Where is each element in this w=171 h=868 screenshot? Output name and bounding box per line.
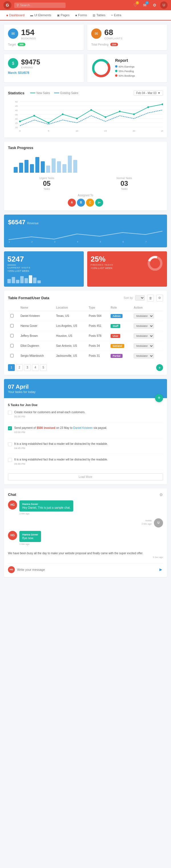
pages-icon: ▣ bbox=[57, 14, 60, 17]
load-more-btn[interactable]: Load More bbox=[8, 473, 163, 480]
nav-forms[interactable]: ■ Forms bbox=[73, 10, 90, 21]
svg-point-29 bbox=[90, 109, 92, 111]
task-checkbox-2[interactable]: ✓ bbox=[8, 426, 12, 430]
table-section: Table Format/User Data Sort by 🗑 ⚙ Name … bbox=[4, 291, 167, 375]
nav-pages[interactable]: ▣ Pages bbox=[54, 10, 73, 21]
cell-location: Houston, US bbox=[54, 331, 87, 341]
action-select[interactable]: Modulator bbox=[134, 343, 154, 348]
chat-header: Chat ⚙ bbox=[8, 492, 163, 497]
svg-text:3: 3 bbox=[54, 241, 56, 243]
tasks-today-header: 07 April Your tasks for today + bbox=[4, 379, 167, 398]
action-select[interactable]: Modulator bbox=[134, 353, 154, 359]
task-bar-4 bbox=[30, 164, 34, 173]
bookings-card: ✉ 154 BOOKINGS Target 300 bbox=[4, 25, 84, 50]
table-settings-btn[interactable]: ⚙ bbox=[156, 294, 163, 302]
svg-text:45: 45 bbox=[15, 105, 18, 107]
action-select[interactable]: Modulator bbox=[134, 323, 154, 329]
svg-point-30 bbox=[105, 116, 106, 118]
page-2-btn[interactable]: 2 bbox=[16, 364, 23, 371]
col-role: Role bbox=[108, 304, 132, 311]
row-checkbox[interactable] bbox=[10, 334, 14, 337]
top-nav: G ⚲ ♡ 5 ✉ 3 ⚙ U bbox=[0, 0, 171, 10]
task-bar-2 bbox=[19, 163, 23, 173]
action-select[interactable]: Modulator bbox=[134, 313, 154, 318]
table-row: Sergio Milardovich Jacksonville, US Post… bbox=[8, 351, 163, 361]
page-3-btn[interactable]: 3 bbox=[24, 364, 31, 371]
row-checkbox[interactable] bbox=[10, 344, 14, 347]
table-row: Elliot Dugteren San Antonio, US Posts 34… bbox=[8, 341, 163, 351]
tasks-today-add-btn[interactable]: + bbox=[155, 394, 163, 402]
cell-type: Posts 564 bbox=[86, 311, 108, 321]
row-checkbox[interactable] bbox=[10, 314, 14, 317]
cell-name: Daniel Kristeen bbox=[18, 311, 54, 321]
main-content: ✉ 154 BOOKINGS Target 300 ✉ 68 COMPLA bbox=[0, 21, 171, 581]
task-time-3: 04:45 PM bbox=[14, 446, 108, 451]
svg-text:5: 5 bbox=[100, 241, 101, 243]
table-delete-btn[interactable]: 🗑 bbox=[147, 294, 154, 302]
sort-by-select[interactable] bbox=[135, 295, 145, 301]
pagination-add-btn[interactable]: + bbox=[156, 364, 163, 371]
nav-tables[interactable]: ▥ Tables bbox=[90, 10, 108, 21]
page-4-btn[interactable]: 4 bbox=[32, 364, 39, 371]
cell-location: Texas, US bbox=[54, 311, 87, 321]
table-row: Jeffery Brown Houston, US Posts 978 User… bbox=[8, 331, 163, 341]
svg-point-3 bbox=[95, 62, 107, 74]
cell-location: Jacksonville, US bbox=[54, 351, 87, 361]
chat-input[interactable] bbox=[17, 568, 156, 571]
user-avatar[interactable]: U bbox=[160, 1, 168, 9]
row-checkbox[interactable] bbox=[10, 354, 14, 358]
report-legend: 60% Earnings 55% Pending 50% Bookings bbox=[115, 64, 135, 79]
urgent-tasks-sub: Tasks bbox=[8, 187, 86, 190]
chat-title: Chat bbox=[8, 492, 16, 497]
assigned-section: Assigned To A B C 3+ bbox=[8, 194, 163, 207]
chat-time-2: buddy bbox=[142, 519, 152, 522]
finished-donut-chart bbox=[146, 255, 164, 272]
chat-input-row[interactable]: HG ► bbox=[8, 563, 163, 573]
cell-role: General bbox=[108, 341, 132, 351]
row-checkbox[interactable] bbox=[10, 324, 14, 328]
chart-date-btn[interactable]: Feb 04 - Mar 03 ▼ bbox=[134, 90, 163, 96]
normal-tasks-num: 03 bbox=[86, 180, 163, 187]
normal-tasks-sub: Tasks bbox=[86, 187, 163, 190]
chat-avatar-2: U bbox=[154, 518, 163, 527]
task-checkbox-4[interactable] bbox=[8, 458, 12, 462]
complaints-pending-label: Total Pending bbox=[91, 43, 109, 46]
task-link[interactable]: Daniel Kristeen bbox=[73, 426, 93, 429]
nav-dashboard[interactable]: ■ Dashboard bbox=[3, 10, 27, 21]
visits-number: 5247 bbox=[7, 255, 80, 264]
search-input[interactable] bbox=[20, 3, 63, 7]
messages-btn[interactable]: ✉ 3 bbox=[141, 1, 149, 9]
task-bar-8 bbox=[52, 158, 56, 173]
finished-tasks-card: 25% FINISHED TASKS +15% LAST WEEK bbox=[87, 251, 167, 287]
cell-type: Posts 978 bbox=[86, 331, 108, 341]
chart-header: Statistics New Sales Existing Sales Feb … bbox=[8, 90, 163, 96]
nav-extra[interactable]: + Extra bbox=[108, 10, 124, 21]
chat-long-msg: We have been busy all the day to make yo… bbox=[8, 549, 163, 561]
notifications-btn[interactable]: ♡ 5 bbox=[131, 1, 139, 9]
statistics-chart-svg: 50 45 40 35 30 25 20 0 5 10 15 20 25 bbox=[8, 99, 163, 133]
page-5-btn[interactable]: 5 bbox=[40, 364, 47, 371]
task-item-4: It is a long established fact that a rea… bbox=[8, 457, 163, 470]
svg-point-28 bbox=[76, 118, 78, 119]
settings-btn[interactable]: ⚙ bbox=[150, 1, 159, 9]
tasks-count: 5 Tasks for Jon Doe bbox=[8, 403, 163, 407]
normal-tasks-item: Normal Tasks 03 Tasks bbox=[86, 177, 163, 190]
cell-name: Hanna Gover bbox=[18, 321, 54, 331]
search-bar[interactable]: ⚲ bbox=[14, 3, 65, 8]
svg-text:7: 7 bbox=[145, 241, 147, 243]
cell-location: Los Angeles, US bbox=[54, 321, 87, 331]
page-1-btn[interactable]: 1 bbox=[8, 364, 15, 371]
chat-gear-icon[interactable]: ⚙ bbox=[159, 492, 163, 497]
chat-long-text: We have been busy all the day to make yo… bbox=[8, 551, 163, 555]
chat-time-3: 1 Min ago bbox=[19, 543, 41, 546]
send-icon[interactable]: ► bbox=[159, 567, 163, 572]
visits-card: 5247 CURRENT VISITS +25% LAST WEEK bbox=[4, 251, 84, 287]
action-select[interactable]: Modulator bbox=[134, 333, 154, 339]
chat-sender-1: Hanna Gover bbox=[22, 503, 70, 505]
cell-type: Posts 31 bbox=[86, 351, 108, 361]
task-bar-12 bbox=[73, 160, 77, 173]
nav-ui-elements[interactable]: ▬ UI Elements bbox=[27, 10, 54, 21]
task-checkbox-1[interactable] bbox=[8, 411, 12, 414]
task-checkbox-3[interactable] bbox=[8, 442, 12, 446]
gear-icon: ⚙ bbox=[153, 3, 156, 7]
